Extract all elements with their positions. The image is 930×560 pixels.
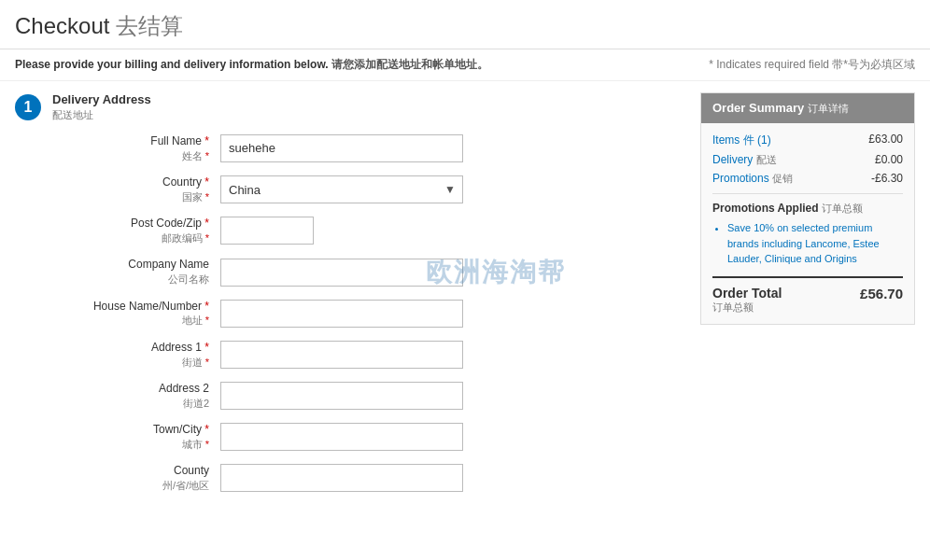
order-total-label: Order Total — [712, 286, 782, 301]
step-number: 1 — [15, 94, 41, 120]
order-line-promotions: Promotions 促销 -£6.30 — [712, 172, 903, 186]
page-title: Checkout 去结算 — [15, 11, 915, 41]
label-address1: Address 1 * 街道 * — [52, 340, 220, 370]
form-row-town: Town/City * 城市 * — [52, 422, 685, 452]
order-summary-body: Items 件 (1) £63.00 Delivery 配送 £0.00 — [701, 123, 914, 324]
label-house: House Name/Number * 地址 * — [52, 299, 220, 329]
form-panel: 1 Delivery Address 配送地址 Full Name * 姓名 *… — [15, 92, 685, 505]
info-text-left: Please provide your billing and delivery… — [15, 57, 488, 73]
label-county: County 州/省/地区 — [52, 463, 220, 493]
form-row-company: Company Name 公司名称 欧洲海淘帮 — [52, 257, 685, 287]
form-row-county: County 州/省/地区 — [52, 463, 685, 493]
select-country[interactable]: China United Kingdom United States Franc… — [220, 175, 463, 203]
input-postcode[interactable] — [220, 217, 314, 245]
info-bar: Please provide your billing and delivery… — [0, 49, 930, 81]
label-country: Country * 国家 * — [52, 175, 220, 204]
promotions-applied-title: Promotions Applied 订单总额 — [712, 202, 903, 216]
form-row-house: House Name/Number * 地址 * — [52, 299, 685, 329]
order-total-section: Order Total 订单总额 £56.70 — [712, 276, 903, 315]
input-address1[interactable] — [220, 341, 463, 369]
order-summary-panel: Order Summary 订单详情 Items 件 (1) £63.00 — [700, 92, 915, 505]
input-company[interactable] — [220, 259, 463, 287]
promotions-applied-section: Promotions Applied 订单总额 Save 10% on sele… — [712, 193, 903, 267]
input-fullname[interactable] — [220, 134, 463, 162]
label-company: Company Name 公司名称 — [52, 257, 220, 287]
order-total-value: £56.70 — [860, 286, 903, 301]
input-county[interactable] — [220, 464, 463, 492]
order-line-items: Items 件 (1) £63.00 — [712, 133, 903, 148]
section-header: 1 Delivery Address 配送地址 — [15, 92, 685, 122]
form-row-address1: Address 1 * 街道 * — [52, 340, 685, 370]
page-header: Checkout 去结算 — [0, 0, 930, 49]
order-line-delivery: Delivery 配送 £0.00 — [712, 153, 903, 167]
country-select-wrapper: China United Kingdom United States Franc… — [220, 175, 463, 203]
input-town[interactable] — [220, 423, 463, 451]
order-summary-header: Order Summary 订单详情 — [701, 93, 914, 123]
form-row-fullname: Full Name * 姓名 * — [52, 133, 685, 163]
label-address2: Address 2 街道2 — [52, 381, 220, 411]
section-title-en: Delivery Address — [52, 92, 151, 108]
input-address2[interactable] — [220, 382, 463, 410]
form-row-country: Country * 国家 * China United Kingdom Unit… — [52, 175, 685, 204]
main-content: 1 Delivery Address 配送地址 Full Name * 姓名 *… — [0, 81, 930, 516]
order-summary-box: Order Summary 订单详情 Items 件 (1) £63.00 — [700, 92, 915, 325]
info-text-right: * Indicates required field 带*号为必填区域 — [709, 57, 915, 73]
list-item: Save 10% on selected premium brands incl… — [727, 220, 903, 267]
form-row-postcode: Post Code/Zip * 邮政编码 * — [52, 216, 685, 245]
label-town: Town/City * 城市 * — [52, 422, 220, 452]
form-row-address2: Address 2 街道2 — [52, 381, 685, 411]
section-title-cn: 配送地址 — [52, 108, 151, 122]
input-house[interactable] — [220, 300, 463, 328]
promotions-list: Save 10% on selected premium brands incl… — [712, 220, 903, 267]
label-fullname: Full Name * 姓名 * — [52, 133, 220, 163]
delivery-form: Full Name * 姓名 * Country * 国家 * China Un… — [52, 133, 685, 494]
label-postcode: Post Code/Zip * 邮政编码 * — [52, 216, 220, 245]
